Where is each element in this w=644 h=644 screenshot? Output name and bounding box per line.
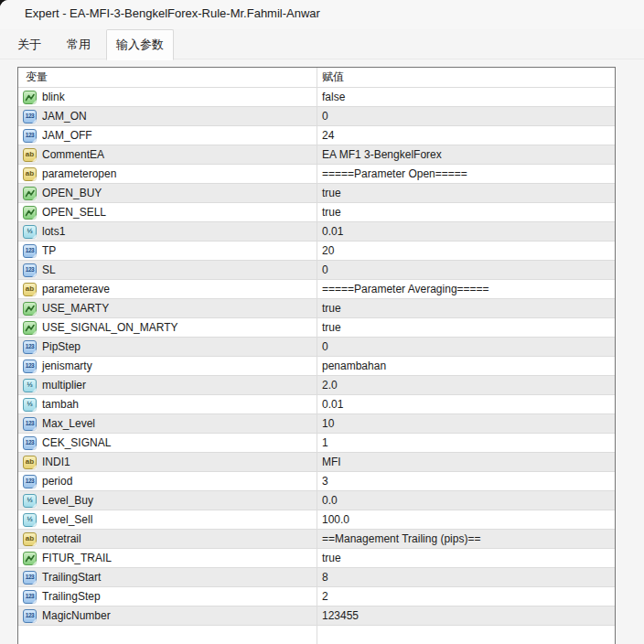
string-type-icon: ab xyxy=(23,167,37,181)
integer-type-icon: 123 xyxy=(23,590,37,604)
parameter-name-cell: ½Level_Sell xyxy=(18,513,317,527)
parameter-value[interactable]: 0.0 xyxy=(317,494,615,507)
parameter-value[interactable]: 2.0 xyxy=(317,379,615,392)
parameter-name-cell: 123JAM_ON xyxy=(18,110,317,123)
tab-about[interactable]: 关于 xyxy=(7,31,51,59)
parameter-name: notetrail xyxy=(42,532,81,545)
parameter-name: USE_MARTY xyxy=(42,302,109,315)
double-type-icon: ½ xyxy=(23,379,37,392)
parameter-value[interactable]: true xyxy=(317,187,615,199)
window-title: Expert - EA-MFI-3-BengkelForex-Rule-Mr.F… xyxy=(25,6,320,20)
integer-type-icon: 123 xyxy=(23,263,37,277)
parameter-name-cell: abCommentEA xyxy=(18,148,317,162)
parameter-value[interactable]: 0.01 xyxy=(317,225,615,238)
parameter-value[interactable]: 0.01 xyxy=(317,398,615,411)
parameter-name-cell: blink xyxy=(18,91,317,104)
parameter-name: lots1 xyxy=(42,225,65,238)
parameter-name: OPEN_SELL xyxy=(42,206,106,219)
parameter-name-cell: 123JAM_OFF xyxy=(18,129,317,143)
tab-common[interactable]: 常用 xyxy=(57,31,101,59)
parameter-value[interactable]: 123455 xyxy=(317,609,615,622)
string-type-icon: ab xyxy=(23,456,37,469)
double-type-icon: ½ xyxy=(23,513,37,527)
parameter-value[interactable]: true xyxy=(317,552,615,564)
integer-type-icon: 123 xyxy=(23,571,37,585)
parameter-name: OPEN_BUY xyxy=(42,187,102,199)
parameter-value[interactable]: MFI xyxy=(317,456,615,468)
integer-type-icon: 123 xyxy=(23,360,37,373)
parameter-name-cell: USE_MARTY xyxy=(18,302,317,316)
parameter-name-cell: 123period xyxy=(18,475,317,488)
parameter-value[interactable]: 2 xyxy=(317,590,615,603)
double-type-icon: ½ xyxy=(23,225,37,239)
parameter-name: TP xyxy=(42,244,56,257)
tab-input-parameters[interactable]: 输入参数 xyxy=(106,29,174,60)
parameter-value[interactable]: 8 xyxy=(317,571,615,584)
parameter-name-cell: abnotetrail xyxy=(18,532,317,546)
parameter-name-cell: 123TrailingStep xyxy=(18,590,317,604)
input-parameters-table: 变量 赋值 blinkfalse123JAM_ON0123JAM_OFF24ab… xyxy=(17,67,616,644)
integer-type-icon: 123 xyxy=(23,244,37,258)
parameter-name-cell: ½Level_Buy xyxy=(18,494,317,508)
window-titlebar[interactable]: Expert - EA-MFI-3-BengkelForex-Rule-Mr.F… xyxy=(0,0,644,29)
parameter-name: CEK_SIGNAL xyxy=(42,436,111,449)
parameter-value[interactable]: 20 xyxy=(317,244,615,257)
boolean-type-icon xyxy=(23,187,37,200)
parameter-name-cell: USE_SIGNAL_ON_MARTY xyxy=(18,321,317,335)
boolean-type-icon xyxy=(23,91,37,104)
parameter-value[interactable]: penambahan xyxy=(317,360,615,372)
double-type-icon: ½ xyxy=(23,494,37,508)
parameter-value[interactable]: 10 xyxy=(317,417,615,430)
boolean-type-icon xyxy=(23,302,37,316)
parameter-name: SL xyxy=(42,263,56,276)
column-header-value[interactable]: 赋值 xyxy=(317,70,344,85)
parameter-value[interactable]: 0 xyxy=(317,340,615,353)
parameter-value[interactable]: 100.0 xyxy=(317,513,615,526)
integer-type-icon: 123 xyxy=(23,110,37,123)
parameter-value[interactable]: =====Parameter Averaging===== xyxy=(317,283,615,295)
parameter-value[interactable]: false xyxy=(317,91,615,103)
parameter-name-cell: abINDI1 xyxy=(18,456,317,469)
parameter-name-cell: ½lots1 xyxy=(18,225,317,239)
column-header-variable[interactable]: 变量 xyxy=(18,70,317,85)
parameter-name: Max_Level xyxy=(42,417,95,430)
double-type-icon: ½ xyxy=(23,398,37,412)
parameter-name-cell: 123TrailingStart xyxy=(18,571,317,585)
integer-type-icon: 123 xyxy=(23,340,37,354)
parameter-name-cell: OPEN_SELL xyxy=(18,206,317,220)
parameter-name-cell: 123TP xyxy=(18,244,317,258)
tab-bar: 关于常用输入参数 xyxy=(7,34,179,59)
parameter-name: USE_SIGNAL_ON_MARTY xyxy=(42,321,178,334)
string-type-icon: ab xyxy=(23,532,37,546)
parameter-value[interactable]: true xyxy=(317,206,615,219)
string-type-icon: ab xyxy=(23,148,37,162)
parameter-value[interactable]: =====Parameter Open===== xyxy=(317,167,615,180)
integer-type-icon: 123 xyxy=(23,129,37,143)
parameter-value[interactable]: 0 xyxy=(317,110,615,123)
parameter-value[interactable]: 24 xyxy=(317,129,615,142)
parameter-name: period xyxy=(42,475,72,488)
parameter-value[interactable]: true xyxy=(317,302,615,315)
parameter-name: INDI1 xyxy=(42,456,70,468)
parameter-value[interactable]: 0 xyxy=(317,263,615,276)
parameter-name: parameterave xyxy=(42,283,110,295)
parameter-name-cell: ½multiplier xyxy=(18,379,317,392)
parameter-value[interactable]: 3 xyxy=(317,475,615,488)
parameter-name-cell: abparameterave xyxy=(18,283,317,296)
parameter-value[interactable]: 1 xyxy=(317,436,615,449)
string-type-icon: ab xyxy=(23,283,37,296)
parameter-name: FITUR_TRAIL xyxy=(42,552,112,564)
parameter-name: parameteropen xyxy=(42,167,116,180)
parameter-name-cell: 123MagicNumber xyxy=(18,609,317,623)
parameter-value[interactable]: ==Management Trailing (pips)== xyxy=(317,532,615,545)
parameter-name: MagicNumber xyxy=(42,609,111,622)
parameter-name-cell: ½tambah xyxy=(18,398,317,412)
parameter-name: Level_Buy xyxy=(42,494,93,507)
parameter-name-cell: 123PipStep xyxy=(18,340,317,354)
boolean-type-icon xyxy=(23,206,37,220)
parameter-value[interactable]: true xyxy=(317,321,615,334)
parameter-name-cell: 123Max_Level xyxy=(18,417,317,431)
parameter-value[interactable]: EA MF1 3-BengkelForex xyxy=(317,148,615,161)
expert-properties-dialog: Expert - EA-MFI-3-BengkelForex-Rule-Mr.F… xyxy=(0,0,644,644)
column-divider[interactable] xyxy=(317,68,317,644)
